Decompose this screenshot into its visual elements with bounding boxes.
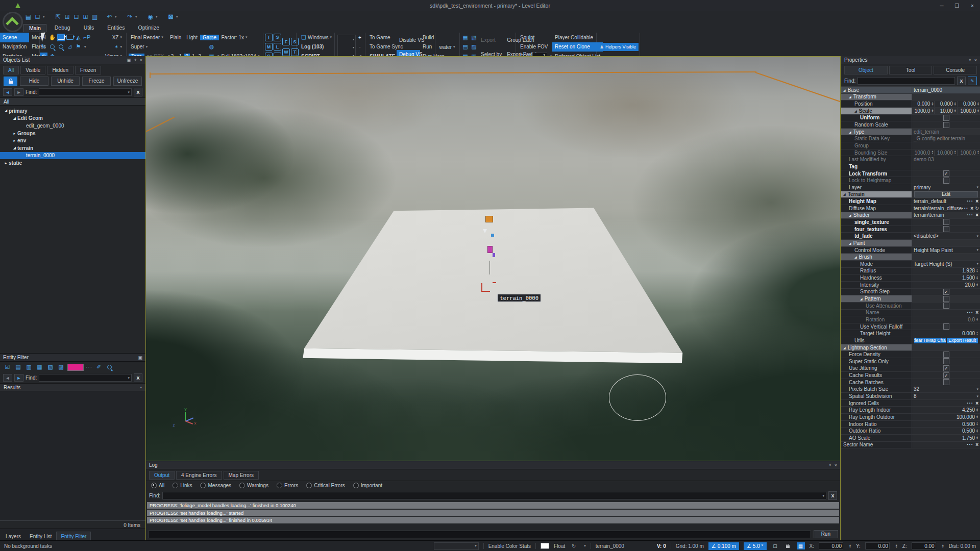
edit-filter-icon[interactable]: ✎ <box>968 77 977 85</box>
tree-item-terrain[interactable]: ◢terrain <box>0 144 145 152</box>
prop-value-pattern[interactable] <box>912 295 980 302</box>
entity-find-input[interactable]: ▾ <box>39 374 132 382</box>
ungroup-icon[interactable]: ▧ <box>470 34 478 41</box>
open-folder-icon[interactable]: ⊟ <box>34 13 41 21</box>
prop-value-lock-transform[interactable]: ✓ <box>912 170 980 177</box>
prop-value-indoor-ratio[interactable]: 0.500▲▼ <box>912 421 980 428</box>
search-icon[interactable] <box>106 363 113 371</box>
undo-icon[interactable]: ↶ <box>106 13 113 21</box>
prop-value-scale[interactable]: 1000.0▲▼10.00▲▼1000.0▲▼ <box>912 108 980 114</box>
filter-radio-messages[interactable]: Messages <box>200 483 231 488</box>
y-input[interactable]: 0.00 <box>865 542 890 549</box>
z-input[interactable]: 0.00 <box>912 542 936 549</box>
tab-all[interactable]: All <box>3 66 19 74</box>
viewport-3d[interactable]: terrain_0000 y x z <box>146 57 840 461</box>
open-dropdown-icon[interactable]: ▾ <box>43 15 47 19</box>
prop-value-use-vertical-falloff[interactable] <box>912 323 980 330</box>
zoom-in-icon[interactable] <box>48 43 56 51</box>
ghost-icon[interactable]: ◍ <box>208 43 215 51</box>
prop-value-mode[interactable]: Target Height (S)▾ <box>912 261 980 267</box>
tab-output[interactable]: Output <box>149 471 175 480</box>
prop-value-ray-length-outdoor[interactable]: 100.000▲▼ <box>912 414 980 420</box>
entity-gizmo[interactable] <box>491 234 494 237</box>
file-save-icon[interactable]: ▧ <box>46 363 54 371</box>
tab-optimize[interactable]: Optimize <box>133 24 164 32</box>
unfreeze-button[interactable]: Unfreeze <box>113 77 142 86</box>
prop-value-terrain[interactable]: Edit <box>912 191 980 198</box>
minimize-button[interactable]: ─ <box>934 0 949 11</box>
redo-dropdown-icon[interactable]: ▾ <box>135 15 139 19</box>
filter-radio-links[interactable]: Links <box>173 483 192 488</box>
prop-label-scale[interactable]: ◢Scale <box>841 108 912 114</box>
float-panel-icon[interactable]: ▣ <box>138 355 142 360</box>
pivot-icon[interactable]: ⌐P <box>83 34 91 41</box>
collapse-results-icon[interactable]: ▴ <box>140 385 142 389</box>
windows-combo[interactable]: ❏Windows▾ <box>299 33 334 42</box>
tab-entities[interactable]: Entities <box>102 24 130 32</box>
prop-button-clear-hmap-chan[interactable]: Clear HMap Chan <box>914 338 946 343</box>
tree-item-edit-geom[interactable]: ◢Edit Geom <box>0 115 145 122</box>
lock-icon[interactable] <box>784 542 792 549</box>
prop-label-paint[interactable]: ◢Paint <box>841 240 912 246</box>
select-cursor-icon[interactable] <box>40 34 47 41</box>
clipboard-icon[interactable]: ▤ <box>14 363 22 371</box>
library-f-icon[interactable]: F <box>282 38 290 45</box>
tab-visible[interactable]: Visible <box>20 66 45 74</box>
filter-radio-warnings[interactable]: Warnings <box>239 483 268 488</box>
file-export-icon[interactable]: ▨ <box>57 363 65 371</box>
zoom-out-icon[interactable] <box>57 43 65 51</box>
prop-value-rotation[interactable]: 0.0▲▼ <box>912 316 980 323</box>
screenshot-dropdown-icon[interactable]: ▾ <box>156 15 160 19</box>
spray-icon[interactable]: ✐ <box>95 363 103 371</box>
prop-value-radius[interactable]: 1.928▲▼ <box>912 268 980 274</box>
library-w-icon[interactable]: W <box>282 48 290 56</box>
prop-value-hardness[interactable]: 1.500▲▼ <box>912 274 980 281</box>
stats-combo[interactable]: ▾ <box>434 542 479 550</box>
prop-value-sector-name[interactable]: ···× <box>912 442 980 448</box>
x-input[interactable]: 0.00 <box>819 542 843 549</box>
prop-value-ignored-cells[interactable]: ···× <box>912 400 980 407</box>
btn-log[interactable]: Log (103) <box>299 42 334 52</box>
screenshot-icon[interactable]: ◉ <box>146 13 154 21</box>
tab-console[interactable]: Console <box>934 66 977 74</box>
clear-find-button[interactable]: X <box>957 77 966 85</box>
prop-value-layer[interactable]: primary▾ <box>912 184 980 191</box>
nav-forward-icon[interactable]: ► <box>14 88 23 96</box>
pin-panel-icon[interactable]: ⌖ <box>829 462 831 468</box>
terrain-plate[interactable] <box>146 57 840 461</box>
close-scene-icon[interactable]: ⊠ <box>167 13 175 21</box>
properties-find-input[interactable] <box>857 77 955 85</box>
clear-find-button[interactable]: X <box>134 88 142 96</box>
prop-value-uniform[interactable] <box>912 115 980 121</box>
tab-map-errors[interactable]: Map Errors <box>224 471 259 480</box>
btn-player-collidable[interactable]: Player Collidable <box>552 33 603 42</box>
frame-select-icon[interactable]: ⊡ <box>771 542 779 549</box>
snap-move-button[interactable]: ∠0.100 m <box>708 542 739 550</box>
spin-up-icon[interactable]: ▴ <box>353 37 354 41</box>
entity-crate[interactable] <box>485 216 493 222</box>
tree-item-edit-geom-0000[interactable]: edit_geom_0000 <box>0 122 145 130</box>
color-swatch[interactable] <box>541 543 549 549</box>
library-m-icon[interactable]: M <box>265 43 273 51</box>
log-command-input[interactable] <box>148 531 811 538</box>
file-add-icon[interactable]: ▦ <box>36 363 43 371</box>
btn-scene[interactable]: Scene <box>0 33 29 42</box>
tab-hidden[interactable]: Hidden <box>47 66 74 74</box>
undo-dropdown-icon[interactable]: ▾ <box>115 15 119 19</box>
close-panel-icon[interactable]: × <box>140 58 142 63</box>
prop-value-pixels-batch-size[interactable]: 32▾ <box>912 386 980 393</box>
log-line[interactable]: PROGRESS: 'foliage_model handles loading… <box>147 502 839 509</box>
clear-find-button[interactable]: X <box>828 491 837 500</box>
filter-radio-all[interactable]: All <box>151 483 164 488</box>
prop-label-type[interactable]: ◢Type <box>841 129 912 135</box>
prop-value-ray-length-indoor[interactable]: 4.250▲▼ <box>912 407 980 413</box>
prop-value-force-density[interactable] <box>912 351 980 358</box>
snap-rotate-button[interactable]: ∠5.0 ° <box>744 542 767 550</box>
prop-label-pattern[interactable]: ◢Pattern <box>841 295 912 302</box>
nav-back-icon[interactable]: ◄ <box>3 374 12 382</box>
close-panel-icon[interactable]: × <box>835 463 837 468</box>
float-mode-label[interactable]: Float <box>554 543 565 549</box>
tab-object[interactable]: Object <box>844 66 888 74</box>
prop-label-brush[interactable]: ◢Brush <box>841 254 912 260</box>
prop-value-diffuse-map[interactable]: terrain\terrain_diffuse···×↻ <box>912 205 980 212</box>
